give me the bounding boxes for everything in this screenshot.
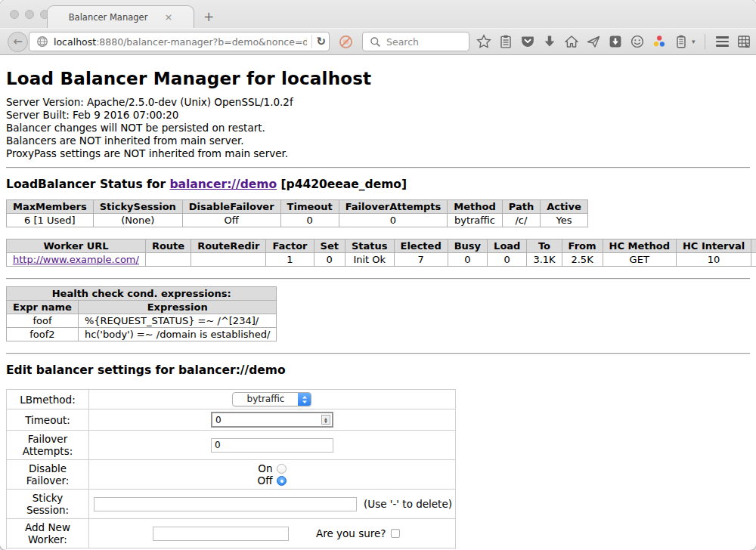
- container-icon[interactable]: [673, 34, 689, 50]
- balancer-status-table: MaxMembers StickySession DisableFailover…: [6, 199, 588, 227]
- disable-failover-row: Disable Failover: On Off: [7, 460, 456, 490]
- table-row: http://www.example.com/ 1 0 Init Ok 7 0 …: [7, 253, 756, 267]
- page-title: Load Balancer Manager for localhost: [6, 55, 750, 96]
- submit-row: Submit: [7, 548, 456, 550]
- col-disablefailover: DisableFailover: [182, 200, 280, 214]
- radio-on[interactable]: [277, 464, 287, 474]
- url-bar[interactable]: localhost:8880/balancer-manager?b=demo&n…: [29, 32, 330, 51]
- reading-list-icon[interactable]: [497, 34, 513, 50]
- failover-radio-group: On Off: [258, 462, 287, 487]
- radio-off-label: Off: [258, 474, 273, 487]
- divider: [6, 278, 750, 280]
- reload-icon[interactable]: ↻: [316, 36, 326, 48]
- lbmethod-row: LBmethod: bytraffic: [7, 390, 456, 409]
- tiles-icon[interactable]: [736, 34, 752, 50]
- globe-icon: [34, 34, 50, 50]
- table-header-row: Expr name Expression: [7, 301, 277, 314]
- close-window-button[interactable]: [10, 10, 19, 19]
- page-content: Load Balancer Manager for localhost Serv…: [0, 55, 756, 549]
- select-arrows-icon: [298, 393, 311, 406]
- health-table-title: Health check cond. expressions:: [7, 287, 277, 301]
- send-tab-icon[interactable]: [585, 34, 601, 50]
- proxypass-note-line: ProxyPass settings are NOT inherited fro…: [6, 147, 750, 160]
- divider: [6, 353, 750, 354]
- downloads-icon[interactable]: [541, 34, 557, 50]
- url-text[interactable]: localhost:8880/balancer-manager?b=demo&n…: [54, 36, 307, 48]
- timeout-input[interactable]: [211, 412, 333, 428]
- sticky-session-note: (Use '-' to delete): [364, 498, 452, 510]
- col-method: Method: [448, 200, 502, 214]
- col-stickysession: StickySession: [93, 200, 182, 214]
- table-row: 6 [1 Used] (None) Off 0 0 bytraffic /c/ …: [7, 214, 588, 227]
- sticky-session-input[interactable]: [94, 497, 357, 511]
- failover-attempts-row: Failover Attempts:: [7, 431, 456, 460]
- radio-off[interactable]: [277, 476, 287, 486]
- search-input[interactable]: [386, 36, 462, 48]
- tab-bar: Balancer Manager × +: [0, 0, 756, 28]
- worker-url-link[interactable]: http://www.example.com/: [13, 254, 139, 265]
- add-worker-row: Add New Worker: Are you sure?: [7, 519, 456, 548]
- status-heading-suffix: [p4420eeae_demo]: [277, 178, 407, 191]
- add-worker-label: Add New Worker:: [7, 519, 89, 548]
- new-tab-button[interactable]: +: [203, 9, 214, 24]
- col-path: Path: [502, 200, 540, 214]
- are-you-sure-label: Are you sure?: [316, 527, 386, 539]
- server-info: Server Version: Apache/2.5.0-dev (Unix) …: [6, 96, 750, 160]
- balancer-settings-form: LBmethod: bytraffic Timeout: ▲▼: [6, 389, 456, 549]
- status-heading: LoadBalancer Status for balancer://demo …: [6, 178, 750, 191]
- are-you-sure-checkbox[interactable]: [391, 529, 400, 538]
- timeout-label: Timeout:: [7, 409, 89, 431]
- health-check-table: Health check cond. expressions: Expr nam…: [6, 286, 277, 341]
- lbmethod-select[interactable]: bytraffic: [232, 392, 311, 406]
- bookmark-star-icon[interactable]: [476, 34, 491, 50]
- divider: [6, 167, 750, 168]
- table-row: foof2 hc('body') =~ /domain is establish…: [7, 328, 277, 341]
- search-bar[interactable]: [362, 32, 469, 51]
- persist-note-line: Balancer changes will NOT be persisted o…: [6, 122, 750, 134]
- table-header-row: Worker URL Route RouteRedir Factor Set S…: [7, 239, 756, 253]
- col-active: Active: [541, 200, 588, 214]
- col-maxmembers: MaxMembers: [7, 200, 94, 214]
- search-icon: [367, 34, 383, 50]
- failover-attempts-label: Failover Attempts:: [7, 431, 89, 460]
- navigation-toolbar: ← localhost:8880/balancer-manager?b=demo…: [0, 28, 756, 55]
- back-button[interactable]: ←: [8, 32, 28, 52]
- window-controls[interactable]: [10, 10, 49, 19]
- table-header-row: MaxMembers StickySession DisableFailover…: [7, 200, 588, 214]
- balancer-demo-link[interactable]: balancer://demo: [169, 178, 277, 191]
- server-built-line: Server Built: Feb 9 2016 07:00:20: [6, 109, 750, 122]
- lbmethod-label: LBmethod:: [7, 390, 89, 409]
- add-worker-input[interactable]: [153, 527, 289, 541]
- blocked-content-icon[interactable]: [338, 34, 354, 50]
- edit-settings-heading: Edit balancer settings for balancer://de…: [6, 363, 750, 377]
- home-icon[interactable]: [563, 34, 579, 50]
- status-heading-prefix: LoadBalancer Status for: [6, 178, 169, 191]
- worker-table: Worker URL Route RouteRedir Factor Set S…: [6, 239, 756, 267]
- timeout-row: Timeout: ▲▼: [7, 409, 456, 431]
- url-divider: [311, 35, 312, 48]
- menu-icon[interactable]: [714, 34, 730, 50]
- toolbar-divider: [705, 34, 705, 49]
- forum-smiley-icon[interactable]: [629, 34, 645, 50]
- pocket-icon[interactable]: [519, 34, 535, 50]
- url-domain: localhost: [54, 36, 96, 48]
- tab-close-icon[interactable]: ×: [164, 11, 172, 23]
- tab-balancer-manager[interactable]: Balancer Manager ×: [47, 5, 194, 28]
- inherit-note-line: Balancers are NOT inherited from main se…: [6, 134, 750, 147]
- col-timeout: Timeout: [280, 200, 339, 214]
- sticky-session-row: Sticky Session: (Use '-' to delete): [7, 490, 456, 519]
- number-spinner-icon[interactable]: ▲▼: [321, 415, 330, 425]
- sticky-session-label: Sticky Session:: [7, 490, 89, 519]
- container-caret-icon[interactable]: ▾: [692, 38, 696, 45]
- disable-failover-label: Disable Failover:: [7, 460, 89, 490]
- table-title-row: Health check cond. expressions:: [7, 287, 277, 301]
- minimize-window-button[interactable]: [25, 10, 34, 19]
- lbmethod-selected-value: bytraffic: [233, 393, 298, 406]
- table-row: foof %{REQUEST_STATUS} =~ /^[234]/: [7, 314, 277, 328]
- colorful-dots-extension-icon[interactable]: [651, 34, 667, 50]
- extension-download-icon[interactable]: [607, 34, 623, 50]
- radio-on-label: On: [258, 462, 272, 474]
- server-version-line: Server Version: Apache/2.5.0-dev (Unix) …: [6, 96, 750, 109]
- failover-attempts-input[interactable]: [211, 438, 333, 453]
- tab-title: Balancer Manager: [69, 12, 148, 23]
